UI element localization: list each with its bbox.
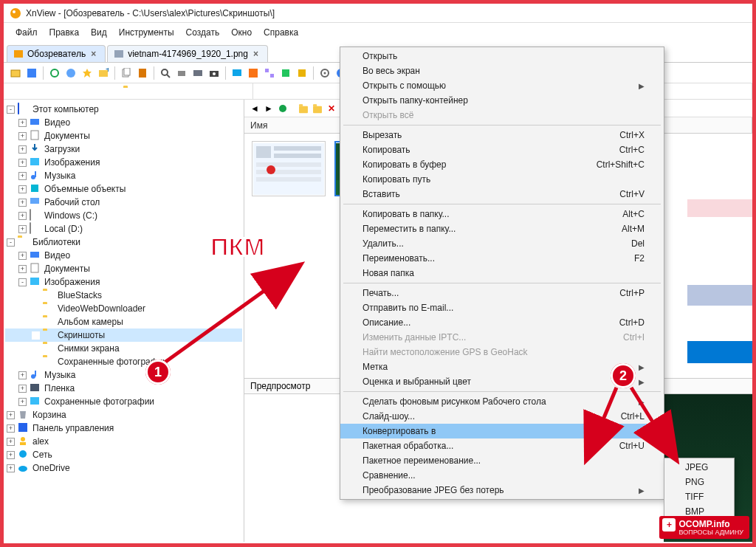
tree-expand-icon[interactable]: + [18, 172, 27, 180]
toolbar-misc-icon[interactable] [278, 66, 293, 80]
context-menu-item[interactable]: Во весь экран [340, 63, 664, 78]
tree-expand-icon[interactable]: + [18, 225, 27, 233]
tree-item[interactable]: +Видео [5, 116, 242, 129]
tree-expand-icon[interactable]: + [7, 438, 15, 446]
toolbar-add-icon[interactable]: + [96, 66, 111, 80]
menu-справка[interactable]: Справка [259, 26, 303, 39]
folder-tree[interactable]: -Этот компьютер+Видео+Документы+Загрузки… [4, 100, 244, 542]
tree-item[interactable]: +Загрузки [5, 142, 242, 156]
menu-инструменты[interactable]: Инструменты [114, 26, 179, 39]
context-menu-item[interactable]: Копировать путь [340, 172, 664, 187]
nav-delete-icon[interactable]: ✕ [326, 103, 337, 114]
tree-expand-icon[interactable]: - [7, 238, 15, 247]
thumbnail-item[interactable] [252, 141, 326, 196]
tree-item[interactable]: -Изображения [5, 275, 242, 289]
tree-expand-icon[interactable]: + [18, 185, 27, 193]
toolbar-slideshow-icon[interactable] [230, 66, 244, 80]
toolbar-convert-icon[interactable] [246, 66, 261, 80]
tree-expand-icon[interactable]: + [18, 385, 27, 393]
tree-item[interactable]: +Объемные объекты [5, 182, 242, 196]
toolbar-save-icon[interactable] [24, 66, 39, 80]
tree-expand-icon[interactable]: + [18, 132, 27, 140]
tree-item[interactable]: +Сеть [5, 448, 242, 461]
context-menu-item[interactable]: Переместить в папку...Alt+M [340, 221, 664, 236]
tree-item[interactable]: +Изображения [5, 156, 242, 169]
submenu-item-tiff[interactable]: TIFF [664, 489, 734, 504]
tree-item[interactable]: +Local (D:) [5, 222, 242, 235]
tree-item[interactable]: -Библиотеки [5, 235, 242, 249]
tree-item[interactable]: +Панель управления [5, 422, 242, 435]
tree-item[interactable]: +Музыка [5, 368, 242, 382]
nav-forward-icon[interactable]: ► [263, 103, 275, 114]
menu-файл[interactable]: Файл [11, 26, 42, 39]
tree-item[interactable]: -Этот компьютер [5, 103, 242, 116]
toolbar-star-icon[interactable] [80, 66, 94, 80]
toolbar-world-icon[interactable] [63, 66, 78, 80]
context-menu-item[interactable]: Новая папка [340, 266, 664, 281]
context-menu-item[interactable]: Преобразование JPEG без потерь▶ [340, 483, 664, 498]
tree-item[interactable]: BlueStacks [5, 289, 242, 302]
context-menu-item[interactable]: Копировать в папку...Alt+C [340, 207, 664, 221]
tree-expand-icon[interactable]: + [18, 159, 27, 167]
tree-item[interactable]: +alex [5, 435, 242, 448]
context-menu-item[interactable]: Печать...Ctrl+P [340, 286, 664, 300]
toolbar-open-icon[interactable] [8, 66, 23, 80]
submenu-item-jpeg[interactable]: JPEG [664, 460, 734, 475]
tree-item[interactable]: Сохраненные фотографии [5, 355, 242, 368]
tree-item[interactable]: +OneDrive [5, 461, 242, 475]
tab-close-icon[interactable]: × [252, 49, 260, 59]
tree-expand-icon[interactable]: + [7, 411, 15, 419]
tree-expand-icon[interactable]: + [7, 451, 15, 459]
context-menu-item[interactable]: Переименовать...F2 [340, 251, 664, 266]
menu-окно[interactable]: Окно [227, 26, 256, 39]
context-menu-item[interactable]: Пакетное переименование... [340, 453, 664, 468]
tree-expand-icon[interactable]: + [18, 371, 27, 379]
tree-item[interactable]: Скриншоты [5, 328, 242, 342]
tree-expand-icon[interactable]: + [18, 265, 27, 273]
context-menu-item[interactable]: ВставитьCtrl+V [340, 187, 664, 202]
context-menu-item[interactable]: КопироватьCtrl+C [340, 142, 664, 157]
nav-back-icon[interactable]: ◄ [249, 103, 261, 114]
toolbar-print-icon[interactable] [174, 66, 189, 80]
menu-правка[interactable]: Правка [45, 26, 84, 39]
toolbar-misc2-icon[interactable] [295, 66, 309, 80]
context-menu-item[interactable]: Копировать в буферCtrl+Shift+C [340, 157, 664, 172]
tree-item[interactable]: +Windows (C:) [5, 209, 242, 222]
tree-item[interactable]: +Документы [5, 262, 242, 275]
toolbar-scan-icon[interactable] [190, 66, 205, 80]
context-menu-item[interactable]: Отправить по E-mail... [340, 300, 664, 315]
menu-создать[interactable]: Создать [182, 26, 224, 39]
tree-item[interactable]: +Пленка [5, 382, 242, 395]
context-menu-item[interactable]: Описание...Ctrl+D [340, 315, 664, 330]
context-menu-item[interactable]: Удалить...Del [340, 236, 664, 251]
nav-folder-icon[interactable] [298, 103, 309, 114]
tree-item[interactable]: Альбом камеры [5, 315, 242, 328]
tree-item[interactable]: +Сохраненные фотографии [5, 395, 242, 408]
context-menu-item[interactable]: Сравнение... [340, 468, 664, 483]
tree-item[interactable]: +Документы [5, 129, 242, 142]
tree-expand-icon[interactable]: + [18, 252, 27, 260]
context-menu-item[interactable]: Слайд-шоу...Ctrl+L [340, 409, 664, 424]
context-menu-item[interactable]: Конвертировать в▶ [340, 424, 664, 438]
tree-item[interactable]: Снимки экрана [5, 342, 242, 355]
toolbar-batch-icon[interactable] [262, 66, 277, 80]
tree-expand-icon[interactable]: + [18, 199, 27, 207]
tree-item[interactable]: +Музыка [5, 169, 242, 182]
context-menu-item[interactable]: Сделать фоновым рисунком Рабочего стола▶ [340, 394, 664, 409]
tree-item[interactable]: VideoWebDownloader [5, 302, 242, 315]
nav-newfolder-icon[interactable] [312, 103, 323, 114]
tree-expand-icon[interactable]: + [18, 119, 27, 127]
nav-up-icon[interactable] [277, 103, 289, 114]
submenu-item-png[interactable]: PNG [664, 475, 734, 489]
tree-expand-icon[interactable]: + [7, 464, 15, 472]
toolbar-settings-icon[interactable] [317, 66, 332, 80]
context-menu-item[interactable]: Открыть с помощью▶ [340, 78, 664, 93]
menu-вид[interactable]: Вид [86, 26, 111, 39]
tree-item[interactable]: +Рабочий стол [5, 196, 242, 209]
convert-submenu[interactable]: JPEGPNGTIFFBMP [664, 458, 735, 521]
strip-folder-icon[interactable] [123, 86, 134, 97]
tree-expand-icon[interactable]: - [7, 106, 15, 114]
tree-item[interactable]: +Корзина [5, 408, 242, 422]
toolbar-copy-icon[interactable] [119, 66, 134, 80]
toolbar-refresh-icon[interactable] [47, 66, 62, 80]
